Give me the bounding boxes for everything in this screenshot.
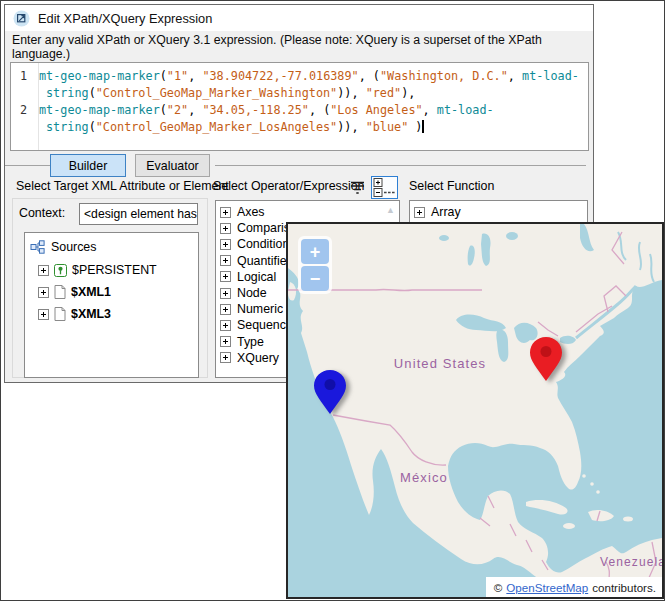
expand-icon[interactable] xyxy=(220,255,231,266)
expand-icon[interactable] xyxy=(220,304,231,315)
persistent-icon xyxy=(54,264,67,277)
map-zoom-control: + − xyxy=(298,236,332,294)
target-panel-header: Select Target XML Attribute or Element xyxy=(16,179,229,193)
expand-icon[interactable] xyxy=(38,287,49,298)
tree-view-icon[interactable] xyxy=(371,176,398,199)
expand-icon[interactable] xyxy=(38,309,49,320)
code-line[interactable]: 1mt-geo-map-marker("1", "38.904722,-77.0… xyxy=(11,68,588,85)
source-xml3[interactable]: $XML3 xyxy=(38,306,198,322)
expand-icon[interactable] xyxy=(220,288,231,299)
tree-item-label: $XML1 xyxy=(71,285,111,299)
map-marker-los-angeles[interactable] xyxy=(311,368,349,416)
expand-icon[interactable] xyxy=(220,239,231,250)
lake-blob-2 xyxy=(439,235,449,241)
us-canada-border xyxy=(288,286,626,336)
code-token: ( xyxy=(160,69,167,83)
line-number xyxy=(11,85,34,102)
code-token: , ( xyxy=(359,69,380,83)
evaluator-tab[interactable]: Evaluator xyxy=(135,154,210,177)
canada-lakes xyxy=(468,224,594,266)
code-token: , xyxy=(423,103,437,117)
code-text: mt-geo-map-marker("1", "38.904722,-77.01… xyxy=(34,68,579,85)
code-line[interactable]: 2mt-geo-map-marker("2", "34.05,-118.25",… xyxy=(11,102,588,119)
code-token: "2" xyxy=(167,103,188,117)
document-icon xyxy=(54,307,66,321)
divider-right xyxy=(215,165,586,166)
bahamas-1 xyxy=(582,474,586,478)
expand-icon[interactable] xyxy=(414,207,425,218)
expand-icon[interactable] xyxy=(220,320,231,331)
openstreetmap-link[interactable]: OpenStreetMap xyxy=(506,581,588,594)
dialog-title: Edit XPath/XQuery Expression xyxy=(38,11,212,26)
bahamas-3 xyxy=(596,490,600,494)
code-token: "Washington, D.C." xyxy=(380,69,508,83)
sources-root-label: Sources xyxy=(51,240,96,254)
expand-icon[interactable] xyxy=(220,271,231,282)
edit-xpath-icon xyxy=(13,10,30,27)
source-persistent[interactable]: $PERSISTENT xyxy=(38,262,198,278)
code-token: "34.05,-118.25" xyxy=(202,103,309,117)
code-text: string("Control_GeoMap_Marker_Washington… xyxy=(34,85,415,102)
document-icon xyxy=(54,285,66,299)
list-label: Node xyxy=(237,286,267,300)
code-token: "38.904722,-77.016389" xyxy=(202,69,358,83)
pin-icon xyxy=(527,335,565,383)
map-marker-washington-dc[interactable] xyxy=(527,335,565,383)
list-label: Array xyxy=(431,205,461,219)
sources-root[interactable]: Sources xyxy=(25,238,198,256)
divider-left xyxy=(5,165,50,166)
xpath-expression-editor[interactable]: 1mt-geo-map-marker("1", "38.904722,-77.0… xyxy=(10,62,589,151)
code-token: , xyxy=(508,69,522,83)
code-token: , xyxy=(188,103,202,117)
lake-blob-1 xyxy=(506,232,518,240)
scroll-up-arrow[interactable]: ▲ xyxy=(386,205,395,215)
builder-tab[interactable]: Builder xyxy=(50,154,126,177)
labrador-rivers xyxy=(618,232,654,282)
function-group-array[interactable]: Array xyxy=(410,204,587,220)
expand-icon[interactable] xyxy=(220,336,231,347)
code-token: "Control_GeoMap_Marker_LosAngeles" xyxy=(96,120,337,134)
code-token: )), xyxy=(337,120,365,134)
sources-tree-panel[interactable]: Sources$PERSISTENT$XML1$XML3 xyxy=(24,232,199,378)
list-label: Type xyxy=(237,335,264,349)
code-text: string("Control_GeoMap_Marker_LosAngeles… xyxy=(34,119,424,136)
flat-list-view-icon[interactable] xyxy=(349,179,366,197)
zoom-out-button[interactable]: − xyxy=(301,266,329,291)
code-token: "red" xyxy=(366,86,402,100)
code-token: ( xyxy=(160,103,167,117)
expand-icon[interactable] xyxy=(220,207,231,218)
pacific-ocean xyxy=(288,268,555,597)
zoom-in-button[interactable]: + xyxy=(301,239,329,264)
tree-item-label: $PERSISTENT xyxy=(72,263,157,277)
expand-icon[interactable] xyxy=(220,223,231,234)
expand-icon[interactable] xyxy=(38,265,49,276)
code-text: mt-geo-map-marker("2", "34.05,-118.25", … xyxy=(34,102,494,119)
tree-item-label: $XML3 xyxy=(71,307,111,321)
operator-group-axes[interactable]: Axes xyxy=(216,204,399,220)
source-xml1[interactable]: $XML1 xyxy=(38,284,198,300)
operator-panel-header: Select Operator/Expression xyxy=(213,179,365,193)
code-token: )), xyxy=(337,86,365,100)
code-token: ( xyxy=(89,86,96,100)
expand-icon[interactable] xyxy=(220,352,231,363)
list-label: Sequence xyxy=(237,318,293,332)
code-token: , xyxy=(188,69,202,83)
code-token: ), xyxy=(401,86,415,100)
code-token: mt-load- xyxy=(522,69,579,83)
attribution-suffix: contributors. xyxy=(592,581,656,594)
screenshot-root: Edit XPath/XQuery Expression Enter any v… xyxy=(0,0,665,601)
copyright-symbol: © xyxy=(494,581,503,594)
bahamas-2 xyxy=(590,482,594,486)
code-token: , ( xyxy=(309,103,330,117)
us-mexico-border xyxy=(333,415,446,465)
context-input[interactable]: <design element has no xyxy=(79,203,198,225)
geo-map[interactable]: United StatesMéxicoVenezuela + − © OpenS… xyxy=(286,222,664,599)
line-number: 2 xyxy=(11,102,34,119)
code-line[interactable]: string("Control_GeoMap_Marker_LosAngeles… xyxy=(11,119,588,136)
code-token: ( xyxy=(89,120,96,134)
dialog-instruction: Enter any valid XPath or XQuery 3.1 expr… xyxy=(5,31,593,62)
code-line[interactable]: string("Control_GeoMap_Marker_Washington… xyxy=(11,85,588,102)
text-cursor xyxy=(422,120,424,133)
code-token: string xyxy=(46,120,89,134)
list-label: Axes xyxy=(237,205,265,219)
